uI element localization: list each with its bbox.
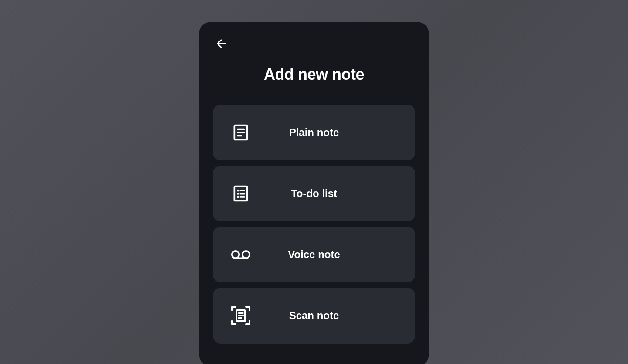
voicemail-icon — [230, 244, 251, 265]
scan-icon — [230, 305, 251, 326]
option-label: Scan note — [289, 310, 339, 322]
option-voice-note[interactable]: Voice note — [213, 227, 415, 282]
arrow-left-icon — [215, 37, 228, 51]
add-note-card: Add new note Plain note — [199, 22, 429, 364]
document-icon — [230, 122, 251, 143]
list-icon — [230, 183, 251, 204]
option-label: Plain note — [289, 126, 339, 139]
svg-rect-6 — [237, 190, 239, 191]
svg-point-12 — [232, 251, 239, 259]
options-list: Plain note To-do list — [213, 105, 415, 344]
option-label: To-do list — [291, 187, 337, 200]
option-scan-note[interactable]: Scan note — [213, 288, 415, 344]
option-label: Voice note — [288, 248, 340, 261]
option-todo-list[interactable]: To-do list — [213, 166, 415, 221]
page-title: Add new note — [213, 65, 415, 84]
svg-point-13 — [242, 251, 250, 259]
svg-rect-10 — [237, 196, 239, 198]
svg-rect-8 — [237, 193, 239, 195]
option-plain-note[interactable]: Plain note — [213, 105, 415, 160]
back-button[interactable] — [213, 36, 230, 53]
